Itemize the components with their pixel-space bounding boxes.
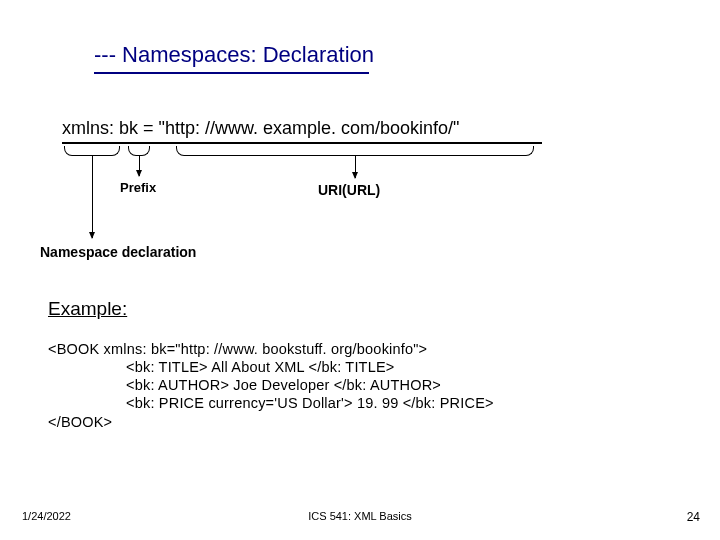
- slide-title: --- Namespaces: Declaration: [94, 42, 374, 68]
- title-underline: [94, 72, 369, 74]
- footer-date: 1/24/2022: [22, 510, 71, 522]
- code-line-1: <BOOK xmlns: bk="http: //www. bookstuff.…: [48, 340, 494, 358]
- bracket-xmlns: [64, 146, 120, 156]
- arrow-namespace-decl: [92, 156, 93, 238]
- declaration-line: xmlns: bk = "http: //www. example. com/b…: [62, 118, 459, 139]
- code-line-4: <bk: PRICE currency='US Dollar'> 19. 99 …: [126, 394, 494, 412]
- code-line-3: <bk: AUTHOR> Joe Developer </bk: AUTHOR>: [126, 376, 494, 394]
- bracket-prefix: [128, 146, 150, 156]
- arrow-prefix: [139, 156, 140, 176]
- declaration-underline: [62, 142, 542, 144]
- bracket-uri: [176, 146, 534, 156]
- footer-course: ICS 541: XML Basics: [308, 510, 412, 522]
- label-prefix: Prefix: [120, 180, 156, 195]
- code-line-2: <bk: TITLE> All About XML </bk: TITLE>: [126, 358, 494, 376]
- code-example: <BOOK xmlns: bk="http: //www. bookstuff.…: [48, 340, 494, 431]
- label-example: Example:: [48, 298, 127, 320]
- label-namespace-declaration: Namespace declaration: [40, 244, 196, 260]
- footer-page-number: 24: [687, 510, 700, 524]
- code-line-5: </BOOK>: [48, 413, 494, 431]
- arrow-uri: [355, 156, 356, 178]
- label-uri: URI(URL): [318, 182, 380, 198]
